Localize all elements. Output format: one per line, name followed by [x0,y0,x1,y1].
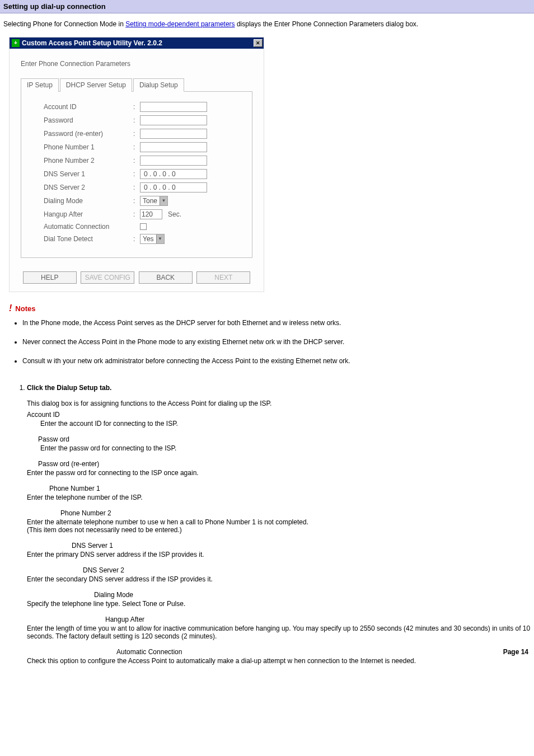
label-auto-connection: Automatic Connection [44,223,133,231]
notes-label: Notes [15,304,35,313]
def-password-re-name: Passw ord (re-enter) [38,460,534,468]
button-row: HELP SAVE CONFIG BACK NEXT [21,266,252,284]
def-phone1-desc: Enter the telephone number of the ISP. [27,494,534,501]
label-password: Password [44,116,133,124]
mode-dependent-link[interactable]: Setting mode-dependent parameters [125,20,235,28]
step-1-title: Click the Dialup Setup tab. [27,384,534,392]
help-button[interactable]: HELP [23,271,77,284]
dial-tone-value: Yes [143,235,154,243]
note-item: Never connect the Access Point in the Ph… [22,338,531,346]
exclamation-icon: ! [9,303,12,313]
step-1-intro: This dialog box is for assigning functio… [27,400,534,407]
page-number: Page 14 [503,648,528,656]
dns2-field[interactable]: 0 . 0 . 0 . 0 [140,182,207,192]
def-account-id-name: Account ID [27,411,534,419]
def-password-desc: Enter the passw ord for connecting to th… [40,444,534,452]
tab-ip-setup[interactable]: IP Setup [21,78,59,92]
step-1: Click the Dialup Setup tab. This dialog … [27,384,534,665]
titlebar: + Custom Access Point Setup Utility Ver.… [10,37,264,49]
dialog-window: + Custom Access Point Setup Utility Ver.… [9,37,264,292]
password-field[interactable] [140,115,207,125]
hangup-after-field[interactable] [140,209,162,219]
next-button[interactable]: NEXT [196,271,250,284]
close-icon[interactable]: ✕ [254,39,263,47]
window-title: Custom Access Point Setup Utility Ver. 2… [22,39,254,47]
def-dns1-name: DNS Server 1 [72,542,534,550]
intro-text-before: Selecting Phone for Connection Mode in [3,20,125,28]
def-hangup-name: Hangup After [105,616,534,623]
def-phone1-name: Phone Number 1 [49,485,534,492]
hangup-unit: Sec. [168,210,181,218]
dialog-subtitle: Enter Phone Connection Parameters [21,60,252,68]
section-header: Setting up dial-up connection [0,0,534,13]
app-icon: + [12,39,20,47]
auto-connection-checkbox[interactable] [140,223,147,230]
label-dialing-mode: Dialing Mode [44,197,133,205]
def-dns2-desc: Enter the secondary DNS server address i… [27,575,534,583]
def-auto-name: Automatic Connection [116,648,534,656]
label-dial-tone: Dial Tone Detect [44,235,133,243]
def-auto-desc: Check this option to configure the Acces… [27,657,534,665]
label-phone1: Phone Number 1 [44,143,133,151]
password-reenter-field[interactable] [140,129,207,139]
phone2-field[interactable] [140,156,207,166]
dns1-field[interactable]: 0 . 0 . 0 . 0 [140,169,207,179]
def-dialing-desc: Specify the telephone line type. Select … [27,600,534,608]
dialing-mode-value: Tone [143,197,157,205]
def-dns1-desc: Enter the primary DNS server address if … [27,551,534,558]
def-phone2-name: Phone Number 2 [60,509,534,517]
label-password-re: Password (re-enter) [44,130,133,138]
phone1-field[interactable] [140,142,207,152]
steps-list: Click the Dialup Setup tab. This dialog … [13,384,534,665]
tab-dialup-setup[interactable]: Dialup Setup [133,78,184,92]
def-dns2-name: DNS Server 2 [83,566,534,574]
tab-dhcp-server-setup[interactable]: DHCP Server Setup [60,78,132,92]
def-password-re-desc: Enter the passw ord for connecting to th… [27,469,534,477]
label-phone2: Phone Number 2 [44,157,133,165]
note-item: Consult w ith your netw ork administrato… [22,357,531,365]
label-dns1: DNS Server 1 [44,170,133,178]
account-id-field[interactable] [140,102,207,112]
intro-text-after: displays the Enter Phone Connection Para… [235,20,419,28]
label-hangup-after: Hangup After [44,210,133,218]
def-account-id-desc: Enter the account ID for connecting to t… [40,420,534,428]
back-button[interactable]: BACK [139,271,193,284]
notes-list: In the Phone mode, the Access Point serv… [9,319,531,365]
def-phone2-desc2: (This item does not necessarily need to … [27,526,534,534]
def-hangup-desc: Enter the length of time you w ant to al… [27,624,534,640]
chevron-down-icon: ▼ [156,234,164,243]
intro-paragraph: Selecting Phone for Connection Mode in S… [0,13,534,37]
label-dns2: DNS Server 2 [44,184,133,191]
dialing-mode-select[interactable]: Tone ▼ [140,196,168,206]
label-account-id: Account ID [44,103,133,111]
dialup-setup-panel: Account ID : Password : Password (re-ent… [21,92,252,258]
tabstrip: IP Setup DHCP Server Setup Dialup Setup [21,78,252,92]
note-item: In the Phone mode, the Access Point serv… [22,319,531,327]
save-config-button[interactable]: SAVE CONFIG [81,271,134,284]
def-phone2-desc1: Enter the alternate telephone number to … [27,518,534,526]
notes-header: ! Notes [9,303,531,313]
def-password-name: Passw ord [38,435,534,443]
def-dialing-name: Dialing Mode [94,591,534,599]
dial-tone-select[interactable]: Yes ▼ [140,234,165,244]
chevron-down-icon: ▼ [160,196,167,205]
